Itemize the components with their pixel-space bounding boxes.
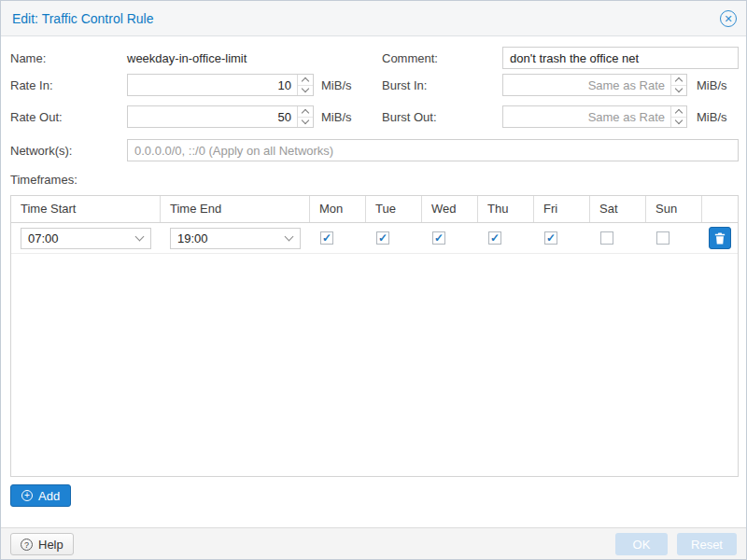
column-header-time-end[interactable]: Time End bbox=[161, 196, 310, 222]
dialog-body: Name: weekday-in-office-limit Comment: R… bbox=[1, 36, 746, 527]
networks-label: Network(s): bbox=[10, 144, 72, 158]
name-label: Name: bbox=[10, 51, 46, 65]
checkbox-mon[interactable] bbox=[320, 231, 333, 245]
table-header-row: Time Start Time End Mon Tue Wed Thu Fri … bbox=[11, 196, 738, 223]
rate-in-unit: MiB/s bbox=[321, 78, 352, 92]
time-start-value: 07:00 bbox=[28, 231, 136, 245]
trash-icon bbox=[714, 232, 726, 245]
dialog-footer: ? Help OK Reset bbox=[1, 527, 746, 559]
rate-in-label: Rate In: bbox=[10, 78, 53, 92]
burst-out-spinner bbox=[670, 106, 686, 127]
rate-out-unit: MiB/s bbox=[321, 110, 352, 124]
dialog-title: Edit: Traffic Control Rule bbox=[12, 11, 153, 26]
burst-out-label: Burst Out: bbox=[382, 110, 437, 124]
rate-in-input[interactable] bbox=[128, 75, 297, 95]
help-button-label: Help bbox=[38, 538, 63, 552]
column-header-tue[interactable]: Tue bbox=[366, 196, 422, 222]
timeframes-table: Time Start Time End Mon Tue Wed Thu Fri … bbox=[10, 195, 739, 477]
time-end-select[interactable]: 19:00 bbox=[170, 228, 301, 249]
chevron-down-icon bbox=[135, 232, 145, 242]
rate-out-label: Rate Out: bbox=[10, 110, 63, 124]
column-header-wed[interactable]: Wed bbox=[422, 196, 478, 222]
delete-row-button[interactable] bbox=[709, 227, 731, 249]
ok-button[interactable]: OK bbox=[615, 533, 668, 555]
networks-input[interactable] bbox=[127, 139, 739, 161]
time-start-select[interactable]: 07:00 bbox=[21, 228, 151, 249]
help-button[interactable]: ? Help bbox=[10, 533, 74, 555]
spinner-down-icon[interactable] bbox=[671, 118, 686, 128]
column-header-thu[interactable]: Thu bbox=[478, 196, 534, 222]
plus-circle-icon: + bbox=[21, 490, 33, 501]
spinner-down-icon[interactable] bbox=[671, 86, 686, 96]
rate-out-field bbox=[127, 105, 314, 128]
burst-in-field bbox=[502, 74, 687, 96]
table-row[interactable]: 07:00 19:00 bbox=[11, 223, 738, 254]
checkbox-sat[interactable] bbox=[600, 231, 613, 245]
add-button-label: Add bbox=[38, 489, 60, 503]
spinner-down-icon[interactable] bbox=[298, 86, 313, 96]
rate-in-field bbox=[127, 74, 314, 96]
checkbox-thu[interactable] bbox=[488, 231, 501, 245]
chevron-down-icon bbox=[285, 232, 294, 242]
column-header-fri[interactable]: Fri bbox=[534, 196, 590, 222]
checkbox-sun[interactable] bbox=[656, 231, 669, 245]
comment-label: Comment: bbox=[382, 51, 438, 65]
burst-in-label: Burst In: bbox=[382, 78, 427, 92]
burst-out-field bbox=[502, 105, 687, 128]
burst-in-spinner bbox=[670, 75, 686, 95]
reset-button[interactable]: Reset bbox=[677, 533, 737, 555]
column-header-mon[interactable]: Mon bbox=[310, 196, 366, 222]
checkbox-fri[interactable] bbox=[544, 231, 557, 245]
burst-out-input[interactable] bbox=[503, 106, 670, 127]
column-header-sat[interactable]: Sat bbox=[590, 196, 646, 222]
column-header-actions bbox=[702, 196, 738, 222]
question-circle-icon: ? bbox=[21, 539, 33, 551]
checkbox-wed[interactable] bbox=[432, 231, 445, 245]
time-end-value: 19:00 bbox=[177, 231, 286, 245]
checkbox-tue[interactable] bbox=[376, 231, 389, 245]
rate-out-input[interactable] bbox=[128, 106, 297, 127]
dialog-titlebar: Edit: Traffic Control Rule ✕ bbox=[1, 1, 746, 36]
spinner-down-icon[interactable] bbox=[298, 118, 313, 128]
traffic-control-edit-dialog: Edit: Traffic Control Rule ✕ Name: weekd… bbox=[0, 0, 747, 560]
burst-in-unit: MiB/s bbox=[697, 78, 727, 92]
timeframes-label: Timeframes: bbox=[10, 173, 78, 187]
add-timeframe-button[interactable]: + Add bbox=[10, 484, 71, 507]
column-header-sun[interactable]: Sun bbox=[646, 196, 702, 222]
rate-out-spinner bbox=[297, 106, 313, 127]
rate-in-spinner bbox=[297, 75, 313, 95]
column-header-time-start[interactable]: Time Start bbox=[11, 196, 161, 222]
burst-out-unit: MiB/s bbox=[697, 110, 727, 124]
comment-input[interactable] bbox=[502, 47, 739, 69]
close-icon[interactable]: ✕ bbox=[720, 10, 737, 27]
burst-in-input[interactable] bbox=[503, 75, 670, 95]
name-value: weekday-in-office-limit bbox=[127, 51, 247, 65]
